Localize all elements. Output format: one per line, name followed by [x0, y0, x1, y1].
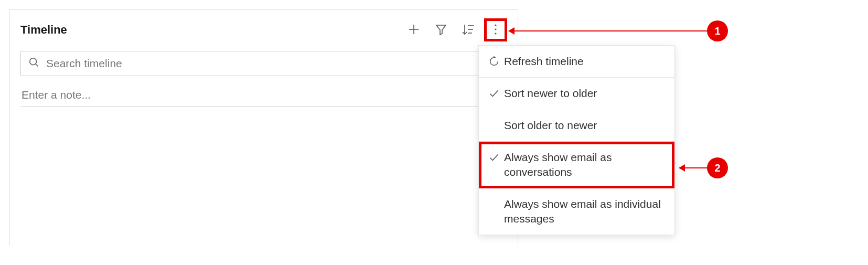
timeline-header: Timeline [20, 18, 507, 41]
menu-label: Sort older to newer [504, 118, 665, 133]
menu-section-refresh: Refresh timeline [479, 46, 674, 78]
filter-button[interactable] [430, 18, 453, 41]
menu-label: Always show email as individual messages [504, 197, 665, 227]
timeline-toolbar [402, 18, 507, 41]
menu-item-email-conversations[interactable]: Always show email as conversations [479, 142, 674, 188]
note-input[interactable] [20, 86, 507, 107]
menu-item-refresh[interactable]: Refresh timeline [479, 46, 674, 77]
timeline-panel: Timeline [9, 9, 518, 246]
empty-icon [488, 197, 504, 198]
timeline-title: Timeline [20, 23, 67, 37]
svg-point-9 [30, 58, 37, 65]
sort-button[interactable] [457, 18, 480, 41]
empty-icon [488, 118, 504, 120]
menu-section-sort: Sort newer to older Sort older to newer [479, 78, 674, 142]
add-button[interactable] [402, 18, 425, 41]
callout-arrow-1 [509, 30, 709, 31]
search-container[interactable] [20, 51, 507, 76]
sort-icon [462, 23, 475, 37]
menu-item-email-individual[interactable]: Always show email as individual messages [479, 188, 674, 235]
more-options-button[interactable] [484, 18, 507, 41]
menu-section-email: Always show email as conversations Alway… [479, 142, 674, 235]
plus-icon [408, 23, 420, 37]
svg-point-6 [495, 24, 496, 26]
menu-label: Always show email as conversations [504, 150, 665, 180]
callout-badge-1: 1 [707, 20, 728, 41]
callout-badge-2: 2 [707, 157, 728, 178]
refresh-icon [488, 54, 504, 67]
menu-label: Refresh timeline [504, 54, 665, 69]
svg-point-8 [495, 33, 496, 34]
menu-item-sort-newer[interactable]: Sort newer to older [479, 78, 674, 109]
menu-label: Sort newer to older [504, 86, 665, 101]
more-options-menu: Refresh timeline Sort newer to older Sor… [478, 45, 675, 235]
svg-point-7 [495, 28, 496, 30]
svg-line-10 [36, 64, 38, 67]
menu-item-sort-older[interactable]: Sort older to newer [479, 110, 674, 141]
more-vertical-icon [491, 23, 500, 38]
check-icon [488, 150, 504, 163]
search-input[interactable] [46, 57, 499, 70]
search-icon [28, 57, 46, 70]
filter-icon [435, 23, 447, 37]
callout-arrow-2 [679, 167, 709, 168]
check-icon [488, 86, 504, 99]
